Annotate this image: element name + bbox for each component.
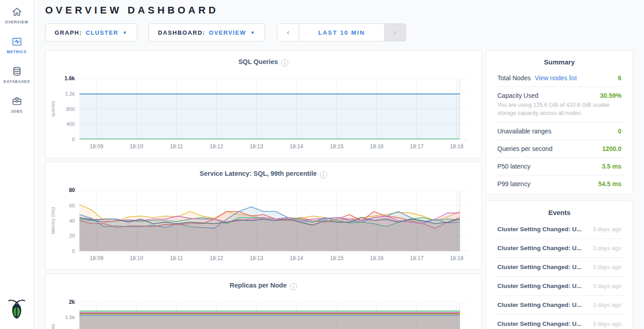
view-nodes-list-link[interactable]: View nodes list bbox=[535, 74, 577, 82]
dashboard-dropdown-label: DASHBOARD: bbox=[158, 29, 205, 36]
svg-text:18:15: 18:15 bbox=[330, 143, 343, 150]
svg-text:2k: 2k bbox=[69, 299, 75, 305]
event-row: Cluster Setting Changed: U...3 days ago bbox=[494, 295, 625, 314]
y-axis-label: queries bbox=[50, 101, 56, 117]
summary-row-value: 54.5 ms bbox=[598, 180, 621, 187]
sidebar-item-overview[interactable]: OVERVIEW bbox=[4, 6, 30, 24]
sidebar-item-label: DATABASES bbox=[4, 79, 30, 84]
summary-row-label: Queries per second bbox=[497, 145, 552, 152]
svg-text:18:12: 18:12 bbox=[210, 255, 223, 261]
sidebar-item-jobs[interactable]: JOBS bbox=[4, 96, 30, 114]
summary-row-label: Capacity Used bbox=[497, 92, 538, 99]
svg-text:1.6k: 1.6k bbox=[65, 75, 75, 82]
event-text: Cluster Setting Changed: U... bbox=[497, 302, 582, 308]
event-text: Cluster Setting Changed: U... bbox=[497, 245, 582, 251]
chart-title-text: Replicas per Node bbox=[230, 282, 287, 289]
event-timestamp: 3 days ago bbox=[593, 283, 621, 289]
svg-text:18:15: 18:15 bbox=[330, 255, 343, 261]
graph-dropdown-value: CLUSTER bbox=[86, 29, 119, 36]
summary-row-label: P99 latency bbox=[497, 180, 530, 187]
events-rows: Cluster Setting Changed: U...3 days agoC… bbox=[494, 220, 625, 329]
events-title: Events bbox=[494, 201, 625, 220]
time-next-button[interactable]: › bbox=[384, 24, 406, 41]
summary-row-value: 1200.0 bbox=[602, 145, 621, 152]
chart-title: SQL Queriesi bbox=[46, 50, 481, 71]
svg-text:1.5k: 1.5k bbox=[65, 315, 75, 320]
summary-panel: Summary Total NodesView nodes list6Capac… bbox=[486, 50, 633, 195]
summary-row: Queries per second1200.0 bbox=[494, 140, 625, 157]
summary-row: Capacity Used30.59%You are using 125.6 G… bbox=[494, 87, 625, 122]
sidebar-item-label: OVERVIEW bbox=[5, 20, 28, 24]
sidebar-item-metrics[interactable]: METRICS bbox=[4, 36, 30, 54]
chart-title-text: SQL Queries bbox=[238, 58, 278, 65]
y-axis-label: replicas bbox=[50, 324, 56, 329]
svg-text:60: 60 bbox=[69, 203, 75, 208]
svg-text:18:13: 18:13 bbox=[250, 143, 263, 150]
svg-text:20: 20 bbox=[69, 233, 75, 238]
dashboard-dropdown-value: OVERVIEW bbox=[209, 29, 246, 36]
event-text: Cluster Setting Changed: U... bbox=[497, 320, 582, 327]
summary-row-label: P50 latency bbox=[497, 163, 530, 170]
svg-text:1.2k: 1.2k bbox=[65, 91, 75, 96]
main-content: OVERVIEW DASHBOARD GRAPH: CLUSTER ▼ DASH… bbox=[34, 0, 644, 329]
chart-plot-area[interactable]: 04008001.2k1.6k18:0918:1018:1118:1218:13… bbox=[46, 71, 481, 156]
summary-row-value: 3.5 ms bbox=[602, 163, 621, 170]
sidebar-nav: OVERVIEWMETRICSDATABASESJOBS bbox=[4, 6, 30, 125]
info-icon[interactable]: i bbox=[320, 171, 327, 178]
chart-card-1: Service Latency: SQL, 99th percentilei02… bbox=[45, 162, 482, 270]
event-row: Cluster Setting Changed: U...3 days ago bbox=[494, 276, 625, 295]
home-icon bbox=[11, 6, 23, 18]
event-timestamp: 3 days ago bbox=[593, 226, 621, 233]
chart-card-2: Replicas per Nodei00.5k1k1.5k2k18:0918:1… bbox=[45, 274, 482, 329]
sidebar-item-label: METRICS bbox=[7, 50, 27, 54]
svg-text:18:11: 18:11 bbox=[170, 255, 183, 261]
chart-title-text: Service Latency: SQL, 99th percentile bbox=[199, 170, 317, 177]
event-text: Cluster Setting Changed: U... bbox=[497, 283, 582, 289]
event-row: Cluster Setting Changed: U...3 days ago bbox=[494, 238, 625, 257]
graph-dropdown[interactable]: GRAPH: CLUSTER ▼ bbox=[45, 23, 137, 41]
jobs-icon bbox=[11, 96, 23, 107]
svg-text:18:09: 18:09 bbox=[90, 255, 103, 261]
svg-text:18:14: 18:14 bbox=[290, 143, 303, 150]
info-icon[interactable]: i bbox=[290, 283, 297, 290]
events-panel: Events Cluster Setting Changed: U...3 da… bbox=[486, 201, 633, 329]
graph-dropdown-label: GRAPH: bbox=[55, 29, 82, 36]
svg-text:18:16: 18:16 bbox=[370, 143, 384, 150]
summary-row-value: 30.59% bbox=[600, 92, 621, 99]
svg-text:18:14: 18:14 bbox=[290, 255, 303, 261]
cockroachdb-logo[interactable] bbox=[7, 298, 26, 321]
svg-text:40: 40 bbox=[69, 218, 75, 224]
svg-text:18:10: 18:10 bbox=[130, 143, 143, 150]
info-icon[interactable]: i bbox=[281, 59, 288, 67]
databases-icon bbox=[11, 66, 23, 77]
summary-row-caption: You are using 125.6 GiB of 410.6 GiB usa… bbox=[497, 101, 610, 117]
svg-text:18:17: 18:17 bbox=[410, 143, 423, 150]
charts-column: SQL Queriesi04008001.2k1.6k18:0918:1018:… bbox=[45, 50, 482, 329]
summary-row: P99 latency54.5 ms bbox=[494, 175, 625, 192]
page-title: OVERVIEW DASHBOARD bbox=[45, 0, 644, 16]
dashboard-dropdown[interactable]: DASHBOARD: OVERVIEW ▼ bbox=[148, 23, 265, 41]
event-row: Cluster Setting Changed: U...3 days ago bbox=[494, 220, 625, 238]
summary-row: Unavailable ranges0 bbox=[494, 122, 625, 140]
event-row: Cluster Setting Changed: U...3 days ago bbox=[494, 257, 625, 276]
event-timestamp: 3 days ago bbox=[593, 264, 621, 270]
summary-row-value: 0 bbox=[618, 128, 621, 135]
time-prev-button[interactable]: ‹ bbox=[278, 24, 299, 41]
chart-card-0: SQL Queriesi04008001.2k1.6k18:0918:1018:… bbox=[45, 50, 482, 158]
chart-plot-area[interactable]: 00.5k1k1.5k2k18:0918:1018:1118:1218:1318… bbox=[46, 295, 481, 329]
summary-title: Summary bbox=[494, 50, 625, 69]
svg-text:80: 80 bbox=[69, 187, 75, 193]
svg-text:18:17: 18:17 bbox=[410, 255, 423, 261]
time-range-selector: ‹ LAST 10 MIN › bbox=[277, 23, 406, 41]
svg-text:400: 400 bbox=[66, 121, 75, 127]
summary-row-label: Unavailable ranges bbox=[497, 128, 551, 135]
dashboard-content: SQL Queriesi04008001.2k1.6k18:0918:1018:… bbox=[45, 50, 644, 329]
summary-row-value: 6 bbox=[618, 74, 621, 82]
event-timestamp: 3 days ago bbox=[593, 320, 621, 327]
svg-text:18:18: 18:18 bbox=[450, 143, 463, 150]
sidebar-item-databases[interactable]: DATABASES bbox=[4, 66, 30, 84]
chart-plot-area[interactable]: 02040608018:0918:1018:1118:1218:1318:141… bbox=[46, 183, 481, 268]
time-range-label[interactable]: LAST 10 MIN bbox=[299, 24, 384, 41]
metrics-icon bbox=[11, 36, 23, 47]
chevron-down-icon: ▼ bbox=[122, 30, 128, 35]
